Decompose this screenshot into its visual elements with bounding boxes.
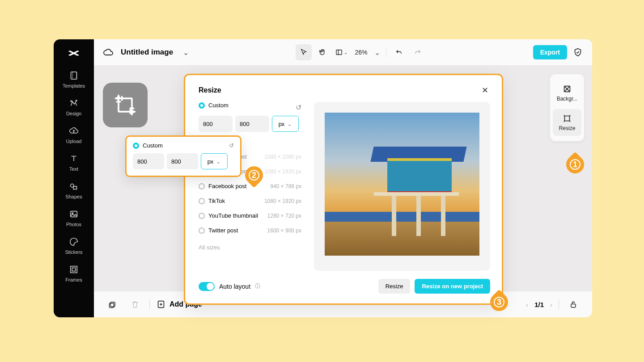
- export-button[interactable]: Export: [533, 45, 567, 59]
- svg-rect-1: [72, 72, 76, 80]
- panel-item-resize[interactable]: Resize: [553, 109, 581, 136]
- reset-icon[interactable]: ↺: [229, 142, 234, 149]
- auto-layout-label: Auto layout: [219, 283, 250, 290]
- radio-custom[interactable]: [199, 102, 205, 109]
- unit-select[interactable]: px⌄: [272, 116, 299, 132]
- sidebar-item-text[interactable]: Text: [56, 150, 92, 175]
- sidebar-item-templates[interactable]: Templates: [56, 67, 92, 92]
- svg-marker-20: [130, 113, 133, 116]
- zoom-chevron-icon[interactable]: ⌄: [373, 44, 381, 60]
- layout-dropdown[interactable]: ⌄: [333, 44, 349, 60]
- crop-badge-icon: [103, 83, 148, 127]
- svg-rect-12: [110, 303, 114, 308]
- radio-custom-zoom[interactable]: [133, 143, 139, 149]
- auto-layout-toggle[interactable]: [199, 282, 215, 291]
- radio-option[interactable]: [199, 227, 205, 234]
- width-input[interactable]: [199, 116, 233, 132]
- radio-option[interactable]: [199, 213, 205, 219]
- left-sidebar: ✕ Templates Design Upload Text Shapes Ph…: [54, 39, 94, 317]
- close-icon[interactable]: ✕: [479, 85, 490, 96]
- shield-icon[interactable]: [572, 47, 583, 58]
- panel-item-background[interactable]: Backgr...: [553, 80, 581, 106]
- right-panel: Backgr... Resize: [550, 74, 584, 141]
- layers-button[interactable]: [105, 296, 121, 312]
- cursor-tool[interactable]: [296, 44, 312, 60]
- resize-new-project-button[interactable]: Resize on new project: [415, 279, 490, 294]
- sidebar-item-photos[interactable]: Photos: [56, 206, 92, 231]
- svg-rect-0: [71, 72, 77, 80]
- zoom-level[interactable]: 26%: [352, 49, 370, 56]
- svg-point-2: [71, 101, 72, 102]
- preview-image: [325, 113, 479, 256]
- radio-option[interactable]: [199, 198, 205, 204]
- section-all-sizes: All sizes: [199, 244, 301, 251]
- app-logo: ✕: [67, 49, 81, 59]
- reset-icon[interactable]: ↺: [296, 103, 301, 112]
- next-page-button[interactable]: ›: [550, 301, 552, 308]
- resize-dialog: Resize ✕ Custom ↺ px⌄ Recommended Instag…: [184, 74, 503, 305]
- cloud-icon[interactable]: [103, 47, 114, 58]
- unit-select-zoom[interactable]: px⌄: [201, 153, 228, 169]
- width-input-zoom[interactable]: [133, 153, 164, 169]
- undo-button[interactable]: [391, 44, 407, 60]
- sidebar-item-upload[interactable]: Upload: [56, 122, 92, 147]
- page-indicator: 1/1: [534, 301, 544, 308]
- sidebar-item-design[interactable]: Design: [56, 95, 92, 120]
- dialog-title: Resize: [199, 86, 221, 94]
- sidebar-item-frames[interactable]: Frames: [56, 261, 92, 286]
- height-input-zoom[interactable]: [167, 153, 198, 169]
- trash-button[interactable]: [127, 296, 143, 312]
- resize-button[interactable]: Resize: [378, 279, 411, 294]
- svg-rect-14: [571, 304, 576, 307]
- redo-button[interactable]: [410, 44, 426, 60]
- info-icon[interactable]: ⓘ: [255, 282, 260, 290]
- svg-rect-9: [72, 268, 75, 271]
- svg-point-3: [76, 100, 77, 101]
- lock-button[interactable]: [565, 296, 581, 312]
- chevron-down-icon[interactable]: ⌄: [183, 48, 189, 57]
- svg-marker-18: [117, 94, 120, 97]
- project-title[interactable]: Untitled image: [121, 48, 173, 57]
- svg-rect-11: [110, 302, 115, 307]
- svg-rect-6: [71, 211, 77, 217]
- preview-pane: [314, 102, 490, 271]
- top-toolbar: Untitled image ⌄ ⌄ 26% ⌄ Export: [94, 39, 592, 65]
- zoom-callout: Custom ↺ px⌄: [125, 135, 242, 177]
- radio-option[interactable]: [199, 183, 205, 189]
- svg-rect-10: [336, 50, 342, 55]
- sidebar-item-shapes[interactable]: Shapes: [56, 178, 92, 203]
- sidebar-item-stickers[interactable]: Stickers: [56, 233, 92, 258]
- svg-rect-8: [71, 266, 77, 273]
- svg-rect-5: [73, 186, 76, 189]
- prev-page-button[interactable]: ‹: [526, 301, 528, 308]
- hand-tool[interactable]: [314, 44, 330, 60]
- height-input[interactable]: [235, 116, 269, 132]
- custom-label: Custom: [208, 102, 229, 109]
